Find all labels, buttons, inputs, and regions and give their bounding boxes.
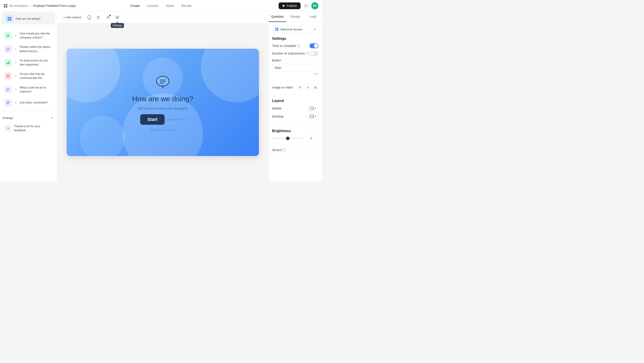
preview-chat-icon: [154, 73, 172, 91]
mobile-preview-button[interactable]: [86, 14, 93, 21]
svg-point-35: [156, 76, 169, 86]
svg-rect-2: [4, 6, 5, 7]
welcome-icon: [5, 15, 14, 23]
submissions-info-icon: ?: [306, 52, 309, 55]
screen-selector[interactable]: Welcome Screen ▾: [272, 25, 318, 33]
sidebar: How are we doing? 1 How would you rate t…: [0, 12, 57, 181]
q5-icon: [4, 86, 12, 93]
tab-create[interactable]: Create: [127, 3, 143, 9]
q6-icon: [4, 99, 12, 106]
brightness-slider-row: 0: [272, 136, 318, 141]
welcome-label: How are we doing?: [16, 17, 40, 21]
submissions-toggle[interactable]: [310, 51, 318, 56]
tab-connect[interactable]: Connect: [144, 3, 162, 9]
svg-rect-18: [7, 63, 8, 64]
copy-image-button[interactable]: ⧉: [297, 84, 303, 90]
svg-rect-42: [277, 28, 278, 29]
svg-rect-43: [275, 29, 276, 31]
settings-button[interactable]: Settings: [114, 14, 121, 21]
preview-press-text: press Enter ↵: [167, 118, 185, 121]
sidebar-welcome-item[interactable]: How are we doing?: [2, 12, 55, 24]
q1-icon: [4, 32, 12, 39]
tab-question[interactable]: Question: [268, 12, 286, 22]
top-nav: My workspace > Employer Feedback Form (c…: [0, 0, 322, 12]
svg-point-14: [7, 49, 8, 50]
svg-marker-11: [7, 34, 10, 37]
avatar[interactable]: RH: [311, 2, 318, 9]
play-preview-button[interactable]: [95, 14, 102, 21]
form-preview: How are we doing? We'd love to hear your…: [67, 49, 259, 156]
mobile-layout-selector[interactable]: ▾: [307, 105, 318, 111]
q2-num: 2: [14, 48, 18, 51]
endings-item[interactable]: A Thanks a lot for your feedback: [2, 122, 55, 135]
svg-rect-9: [8, 19, 9, 20]
q6-label: Any other comments?: [20, 101, 48, 105]
preview-start-button[interactable]: Start: [140, 114, 165, 125]
screen-selector-label: Welcome Screen: [275, 27, 302, 31]
play-icon: [282, 4, 285, 7]
button-label: Button: [272, 58, 318, 62]
sidebar-item-1[interactable]: 1 How would you rate the company culture…: [2, 29, 55, 42]
svg-point-16: [7, 50, 8, 50]
sidebar-item-5[interactable]: 5 What could we do to improve?: [2, 83, 55, 96]
sidebar-divider-2: [3, 111, 54, 111]
tab-results[interactable]: Results: [178, 3, 195, 9]
mobile-label: Mobile: [272, 107, 281, 110]
tab-share[interactable]: Share: [162, 3, 177, 9]
sidebar-item-4[interactable]: 4 Do you feel that we communicate the...: [2, 70, 55, 82]
submissions-label: Number of submissions ?: [272, 52, 309, 55]
svg-rect-10: [10, 19, 11, 20]
help-button[interactable]: ?: [303, 3, 309, 9]
screen-selector-section: Welcome Screen ▾ Settings Time to comple…: [268, 22, 322, 81]
svg-rect-20: [9, 61, 10, 64]
brightness-slider[interactable]: [272, 138, 304, 139]
notification-dot: [109, 14, 111, 16]
button-input[interactable]: [272, 64, 318, 71]
tab-design[interactable]: Design: [286, 12, 304, 22]
submissions-row: Number of submissions ?: [272, 51, 318, 56]
collaborators-button[interactable]: [104, 14, 112, 21]
endings-label: Thanks a lot for your feedback: [14, 124, 52, 132]
sidebar-item-3[interactable]: 3 To what extent do you feel supported..…: [2, 56, 55, 69]
image-actions: ⧉ ⇄ 🗑: [297, 84, 318, 90]
add-content-button[interactable]: + Add content: [61, 14, 84, 20]
time-to-complete-row: Time to complete ?: [272, 43, 318, 48]
svg-rect-41: [275, 28, 276, 29]
time-to-complete-label: Time to complete ?: [272, 44, 300, 48]
endings-add-button[interactable]: +: [49, 115, 54, 121]
svg-rect-19: [8, 62, 8, 64]
q4-icon: [4, 72, 12, 80]
canvas-area: + Add content Settings: [57, 12, 268, 181]
image-video-header: Image or video ⧉ ⇄ 🗑: [272, 84, 318, 90]
desktop-layout-selector[interactable]: ▾: [307, 114, 318, 119]
q3-icon: [4, 59, 12, 66]
nav-tabs: Create Connect Share Results: [127, 3, 195, 9]
time-to-complete-toggle[interactable]: [310, 43, 318, 48]
endings-section-header: Endings +: [0, 113, 57, 122]
q4-label: Do you feel that we communicate the...: [20, 72, 52, 80]
tab-logic[interactable]: Logic: [304, 12, 322, 22]
q5-label: What could we do to improve?: [20, 86, 52, 94]
mobile-chevron: ▾: [314, 107, 316, 110]
sidebar-item-2[interactable]: 2 Please select the option below that yo…: [2, 43, 55, 55]
preview-subtitle: We'd love to hear your thoughts: [138, 107, 188, 111]
svg-rect-47: [310, 115, 314, 118]
delete-image-button[interactable]: 🗑: [312, 84, 318, 90]
q2-icon: [4, 46, 12, 53]
q4-num: 4: [14, 74, 18, 77]
sidebar-item-6[interactable]: 6 Any other comments?: [2, 97, 55, 108]
right-panel: Question Design Logic Welcome Screen ▾ S…: [268, 12, 322, 181]
swap-image-button[interactable]: ⇄: [304, 84, 311, 90]
q6-num: 6: [14, 101, 18, 104]
q3-num: 3: [14, 61, 18, 64]
svg-rect-3: [6, 6, 8, 7]
brightness-title: Brightness: [272, 129, 318, 133]
workspace-link[interactable]: My workspace: [10, 4, 28, 7]
desktop-chevron: ▾: [314, 115, 316, 118]
svg-rect-7: [8, 17, 9, 18]
q5-num: 5: [14, 88, 18, 91]
image-video-title: Image or video: [272, 86, 293, 89]
svg-line-22: [7, 75, 9, 77]
publish-button[interactable]: Publish: [278, 2, 300, 9]
layout-title: Layout: [272, 99, 318, 103]
